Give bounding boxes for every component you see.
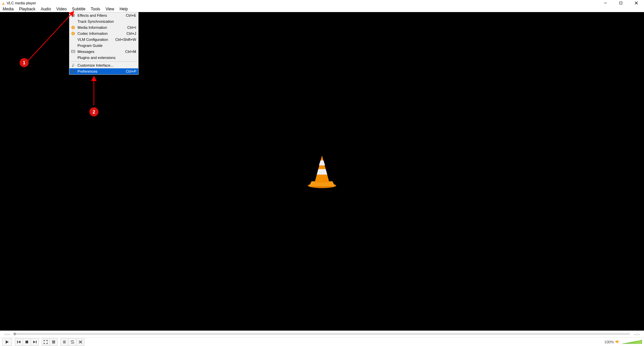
- svg-rect-39: [52, 340, 53, 344]
- menu-item-label: VLM Configuration: [77, 38, 115, 42]
- svg-rect-38: [36, 341, 37, 343]
- svg-marker-0: [3, 2, 4, 4]
- menu-view[interactable]: View: [103, 6, 117, 12]
- blank-icon: [70, 37, 76, 42]
- svg-rect-5: [620, 2, 622, 4]
- info-icon: [70, 25, 76, 30]
- menu-item-accelerator: Ctrl+P: [126, 69, 136, 73]
- minimize-button[interactable]: [598, 0, 613, 6]
- tools-dropdown: Effects and FiltersCtrl+ETrack Synchroni…: [69, 12, 139, 75]
- menu-item-accelerator: Ctrl+M: [125, 50, 136, 54]
- annotation-badge-1: 1: [19, 58, 29, 67]
- menu-item-accelerator: Ctrl+Shift+W: [115, 38, 136, 42]
- menu-bar: Media Playback Audio Video Subtitle Tool…: [0, 6, 644, 12]
- blank-icon: [70, 43, 76, 48]
- svg-rect-34: [17, 341, 18, 343]
- svg-rect-43: [53, 342, 54, 343]
- vlc-cone-logo: [304, 153, 340, 190]
- playlist-button[interactable]: [60, 338, 68, 346]
- close-button[interactable]: [629, 0, 644, 6]
- svg-rect-36: [25, 341, 28, 343]
- svg-marker-37: [33, 341, 36, 343]
- svg-rect-20: [73, 27, 73, 28]
- blank-icon: [70, 55, 76, 60]
- title-bar: VLC media player: [0, 0, 644, 6]
- svg-rect-3: [3, 3, 4, 3]
- svg-rect-13: [72, 14, 72, 17]
- svg-rect-42: [52, 341, 53, 342]
- menu-item-label: Track Synchronization: [77, 19, 136, 23]
- volume-text: 100%: [602, 340, 614, 344]
- tools-menu-media-information[interactable]: Media InformationCtrl+I: [69, 24, 138, 30]
- menu-item-accelerator: Ctrl+I: [127, 25, 136, 29]
- fullscreen-button[interactable]: [42, 338, 50, 346]
- tools-menu-codec-information[interactable]: Codec InformationCtrl+J: [69, 30, 138, 37]
- menu-item-label: Effects and Filters: [77, 13, 126, 17]
- menu-item-label: Media Information: [77, 25, 127, 29]
- menu-item-label: Codec Information: [77, 31, 126, 36]
- svg-marker-48: [615, 340, 618, 343]
- svg-marker-12: [317, 169, 327, 175]
- seek-slider[interactable]: [14, 333, 630, 335]
- tools-menu-program-guide[interactable]: Program Guide: [69, 43, 138, 49]
- stop-button[interactable]: [23, 338, 31, 346]
- controls-row: 100%: [0, 337, 644, 346]
- gear-icon: [70, 69, 76, 74]
- svg-rect-18: [73, 15, 74, 15]
- previous-button[interactable]: [15, 338, 23, 346]
- tools-menu-customize-interface[interactable]: Customize Interface...: [69, 62, 138, 68]
- shuffle-button[interactable]: [76, 338, 85, 346]
- seek-row: --:-- --:--: [0, 331, 644, 337]
- menu-playback[interactable]: Playback: [16, 6, 38, 12]
- menu-item-accelerator: Ctrl+E: [126, 13, 136, 17]
- blank-icon: [70, 19, 76, 24]
- next-button[interactable]: [31, 338, 39, 346]
- menu-subtitle[interactable]: Subtitle: [69, 6, 88, 12]
- menu-separator: [70, 61, 138, 62]
- menu-tools[interactable]: Tools: [88, 6, 103, 12]
- time-elapsed[interactable]: --:--: [2, 332, 12, 336]
- tools-menu-preferences[interactable]: PreferencesCtrl+P: [69, 68, 138, 74]
- menu-item-label: Preferences: [77, 69, 126, 73]
- menu-audio[interactable]: Audio: [38, 6, 54, 12]
- svg-rect-24: [73, 32, 73, 33]
- window-controls: [598, 0, 644, 6]
- speaker-icon[interactable]: [615, 339, 620, 345]
- menu-item-label: Customize Interface...: [77, 63, 136, 67]
- svg-rect-14: [73, 14, 73, 17]
- tools-menu-plugins-and-extensions[interactable]: Plugins and extensions: [69, 55, 138, 61]
- svg-rect-44: [54, 341, 55, 342]
- maximize-button[interactable]: [613, 0, 629, 6]
- svg-rect-15: [74, 14, 74, 17]
- annotation-badge-2: 2: [89, 107, 99, 117]
- volume-slider[interactable]: [621, 340, 642, 344]
- svg-marker-35: [18, 341, 20, 343]
- tools-menu-effects-and-filters[interactable]: Effects and FiltersCtrl+E: [69, 12, 138, 18]
- tools-menu-messages[interactable]: MessagesCtrl+M: [69, 49, 138, 55]
- extended-settings-button[interactable]: [50, 338, 58, 346]
- tools-menu-vlm-configuration[interactable]: VLM ConfigurationCtrl+Shift+W: [69, 37, 138, 43]
- svg-rect-2: [3, 2, 4, 3]
- menu-item-accelerator: Ctrl+J: [126, 31, 136, 36]
- svg-rect-17: [72, 16, 73, 16]
- menu-video[interactable]: Video: [54, 6, 69, 12]
- svg-rect-23: [73, 33, 73, 34]
- menu-item-label: Plugins and extensions: [77, 56, 136, 60]
- time-total[interactable]: --:--: [632, 332, 642, 336]
- play-button[interactable]: [2, 338, 12, 346]
- sliders-icon: [70, 13, 76, 18]
- menu-help[interactable]: Help: [117, 6, 130, 12]
- svg-rect-40: [53, 340, 54, 344]
- vlc-cone-icon: [1, 1, 5, 5]
- svg-marker-11: [319, 160, 325, 165]
- info-icon: [70, 31, 76, 36]
- svg-rect-1: [2, 4, 5, 5]
- tools-menu-track-synchronization[interactable]: Track Synchronization: [69, 18, 138, 24]
- menu-item-label: Messages: [77, 50, 125, 54]
- svg-point-28: [73, 71, 73, 72]
- loop-button[interactable]: [68, 338, 76, 346]
- message-icon: [70, 49, 76, 54]
- menu-media[interactable]: Media: [0, 6, 16, 12]
- svg-rect-21: [73, 26, 73, 27]
- svg-marker-33: [6, 340, 9, 344]
